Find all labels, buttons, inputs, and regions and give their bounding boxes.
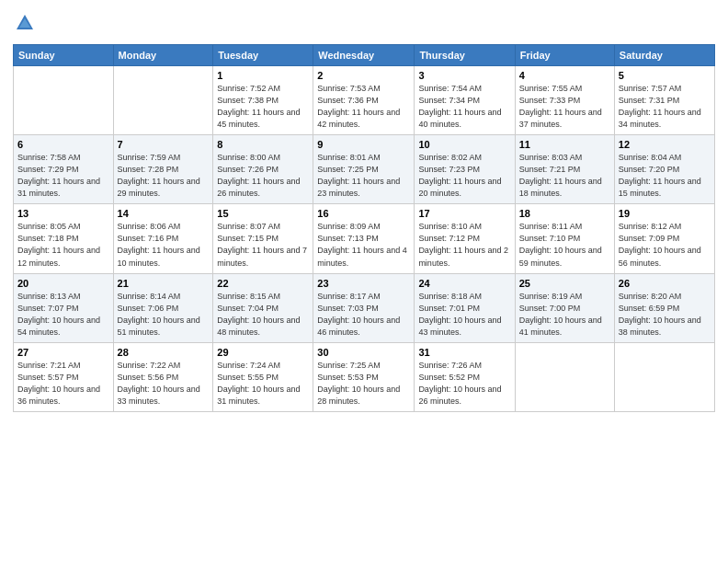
day-info: Sunrise: 8:07 AM Sunset: 7:15 PM Dayligh… bbox=[217, 221, 309, 269]
day-info: Sunrise: 8:20 AM Sunset: 6:59 PM Dayligh… bbox=[619, 291, 711, 339]
day-number: 19 bbox=[619, 208, 711, 219]
day-number: 1 bbox=[217, 70, 309, 81]
day-cell: 16Sunrise: 8:09 AM Sunset: 7:13 PM Dayli… bbox=[313, 204, 415, 273]
day-number: 23 bbox=[317, 278, 410, 289]
day-cell bbox=[14, 66, 114, 135]
day-number: 2 bbox=[317, 70, 410, 81]
day-number: 20 bbox=[17, 278, 109, 289]
day-cell: 14Sunrise: 8:06 AM Sunset: 7:16 PM Dayli… bbox=[113, 204, 213, 273]
day-cell: 30Sunrise: 7:25 AM Sunset: 5:53 PM Dayli… bbox=[313, 342, 415, 411]
day-info: Sunrise: 8:05 AM Sunset: 7:18 PM Dayligh… bbox=[17, 221, 109, 269]
day-cell: 11Sunrise: 8:03 AM Sunset: 7:21 PM Dayli… bbox=[515, 135, 614, 204]
day-info: Sunrise: 8:09 AM Sunset: 7:13 PM Dayligh… bbox=[317, 221, 410, 269]
day-number: 29 bbox=[217, 347, 309, 358]
day-info: Sunrise: 7:22 AM Sunset: 5:56 PM Dayligh… bbox=[118, 360, 210, 408]
day-cell: 5Sunrise: 7:57 AM Sunset: 7:31 PM Daylig… bbox=[614, 66, 714, 135]
day-cell: 12Sunrise: 8:04 AM Sunset: 7:20 PM Dayli… bbox=[614, 135, 714, 204]
day-info: Sunrise: 8:15 AM Sunset: 7:04 PM Dayligh… bbox=[217, 291, 309, 339]
day-info: Sunrise: 7:21 AM Sunset: 5:57 PM Dayligh… bbox=[17, 360, 109, 408]
day-number: 5 bbox=[619, 70, 711, 81]
day-info: Sunrise: 7:53 AM Sunset: 7:36 PM Dayligh… bbox=[317, 83, 410, 131]
day-cell bbox=[113, 66, 213, 135]
header-row: SundayMondayTuesdayWednesdayThursdayFrid… bbox=[14, 45, 715, 66]
day-cell: 1Sunrise: 7:52 AM Sunset: 7:38 PM Daylig… bbox=[213, 66, 313, 135]
day-number: 18 bbox=[519, 208, 610, 219]
calendar-header: SundayMondayTuesdayWednesdayThursdayFrid… bbox=[14, 45, 715, 66]
day-number: 30 bbox=[317, 347, 410, 358]
day-info: Sunrise: 8:19 AM Sunset: 7:00 PM Dayligh… bbox=[519, 291, 610, 339]
day-cell: 6Sunrise: 7:58 AM Sunset: 7:29 PM Daylig… bbox=[14, 135, 114, 204]
day-info: Sunrise: 8:04 AM Sunset: 7:20 PM Dayligh… bbox=[619, 152, 711, 200]
day-number: 3 bbox=[418, 70, 510, 81]
day-cell: 2Sunrise: 7:53 AM Sunset: 7:36 PM Daylig… bbox=[313, 66, 415, 135]
day-info: Sunrise: 7:59 AM Sunset: 7:28 PM Dayligh… bbox=[118, 152, 210, 200]
day-cell: 15Sunrise: 8:07 AM Sunset: 7:15 PM Dayli… bbox=[213, 204, 313, 273]
day-info: Sunrise: 7:57 AM Sunset: 7:31 PM Dayligh… bbox=[619, 83, 711, 131]
day-cell: 7Sunrise: 7:59 AM Sunset: 7:28 PM Daylig… bbox=[113, 135, 213, 204]
day-number: 25 bbox=[519, 278, 610, 289]
header-cell-tuesday: Tuesday bbox=[213, 45, 313, 66]
day-info: Sunrise: 7:26 AM Sunset: 5:52 PM Dayligh… bbox=[418, 360, 510, 408]
day-info: Sunrise: 8:18 AM Sunset: 7:01 PM Dayligh… bbox=[418, 291, 510, 339]
day-info: Sunrise: 8:06 AM Sunset: 7:16 PM Dayligh… bbox=[118, 221, 210, 269]
day-number: 15 bbox=[217, 208, 309, 219]
day-number: 31 bbox=[418, 347, 510, 358]
header-cell-thursday: Thursday bbox=[415, 45, 515, 66]
header-cell-sunday: Sunday bbox=[14, 45, 114, 66]
day-number: 6 bbox=[17, 139, 109, 150]
day-number: 13 bbox=[17, 208, 109, 219]
day-cell bbox=[515, 342, 614, 411]
day-info: Sunrise: 8:12 AM Sunset: 7:09 PM Dayligh… bbox=[619, 221, 711, 269]
day-cell: 3Sunrise: 7:54 AM Sunset: 7:34 PM Daylig… bbox=[415, 66, 515, 135]
day-number: 4 bbox=[519, 70, 610, 81]
day-info: Sunrise: 7:54 AM Sunset: 7:34 PM Dayligh… bbox=[418, 83, 510, 131]
week-row-5: 27Sunrise: 7:21 AM Sunset: 5:57 PM Dayli… bbox=[14, 342, 715, 411]
header-cell-monday: Monday bbox=[113, 45, 213, 66]
day-info: Sunrise: 7:58 AM Sunset: 7:29 PM Dayligh… bbox=[17, 152, 109, 200]
day-number: 10 bbox=[418, 139, 510, 150]
day-cell: 4Sunrise: 7:55 AM Sunset: 7:33 PM Daylig… bbox=[515, 66, 614, 135]
day-cell: 21Sunrise: 8:14 AM Sunset: 7:06 PM Dayli… bbox=[113, 273, 213, 342]
day-info: Sunrise: 7:25 AM Sunset: 5:53 PM Dayligh… bbox=[317, 360, 410, 408]
page-container: SundayMondayTuesdayWednesdayThursdayFrid… bbox=[0, 0, 728, 421]
day-info: Sunrise: 8:11 AM Sunset: 7:10 PM Dayligh… bbox=[519, 221, 610, 269]
day-cell: 27Sunrise: 7:21 AM Sunset: 5:57 PM Dayli… bbox=[14, 342, 114, 411]
day-info: Sunrise: 8:17 AM Sunset: 7:03 PM Dayligh… bbox=[317, 291, 410, 339]
day-number: 26 bbox=[619, 278, 711, 289]
day-cell: 18Sunrise: 8:11 AM Sunset: 7:10 PM Dayli… bbox=[515, 204, 614, 273]
day-cell: 31Sunrise: 7:26 AM Sunset: 5:52 PM Dayli… bbox=[415, 342, 515, 411]
day-info: Sunrise: 7:52 AM Sunset: 7:38 PM Dayligh… bbox=[217, 83, 309, 131]
day-cell: 26Sunrise: 8:20 AM Sunset: 6:59 PM Dayli… bbox=[614, 273, 714, 342]
day-info: Sunrise: 8:01 AM Sunset: 7:25 PM Dayligh… bbox=[317, 152, 410, 200]
day-cell: 17Sunrise: 8:10 AM Sunset: 7:12 PM Dayli… bbox=[415, 204, 515, 273]
day-cell: 29Sunrise: 7:24 AM Sunset: 5:55 PM Dayli… bbox=[213, 342, 313, 411]
day-number: 22 bbox=[217, 278, 309, 289]
day-cell: 25Sunrise: 8:19 AM Sunset: 7:00 PM Dayli… bbox=[515, 273, 614, 342]
day-info: Sunrise: 8:00 AM Sunset: 7:26 PM Dayligh… bbox=[217, 152, 309, 200]
day-number: 7 bbox=[118, 139, 210, 150]
day-cell: 13Sunrise: 8:05 AM Sunset: 7:18 PM Dayli… bbox=[14, 204, 114, 273]
day-cell: 28Sunrise: 7:22 AM Sunset: 5:56 PM Dayli… bbox=[113, 342, 213, 411]
header-cell-friday: Friday bbox=[515, 45, 614, 66]
day-cell: 8Sunrise: 8:00 AM Sunset: 7:26 PM Daylig… bbox=[213, 135, 313, 204]
day-number: 27 bbox=[17, 347, 109, 358]
calendar-body: 1Sunrise: 7:52 AM Sunset: 7:38 PM Daylig… bbox=[14, 66, 715, 412]
day-info: Sunrise: 7:55 AM Sunset: 7:33 PM Dayligh… bbox=[519, 83, 610, 131]
day-cell: 23Sunrise: 8:17 AM Sunset: 7:03 PM Dayli… bbox=[313, 273, 415, 342]
day-number: 9 bbox=[317, 139, 410, 150]
day-number: 14 bbox=[118, 208, 210, 219]
day-number: 17 bbox=[418, 208, 510, 219]
week-row-1: 1Sunrise: 7:52 AM Sunset: 7:38 PM Daylig… bbox=[14, 66, 715, 135]
day-info: Sunrise: 7:24 AM Sunset: 5:55 PM Dayligh… bbox=[217, 360, 309, 408]
day-cell: 10Sunrise: 8:02 AM Sunset: 7:23 PM Dayli… bbox=[415, 135, 515, 204]
day-number: 21 bbox=[118, 278, 210, 289]
calendar-table: SundayMondayTuesdayWednesdayThursdayFrid… bbox=[13, 44, 715, 412]
day-info: Sunrise: 8:03 AM Sunset: 7:21 PM Dayligh… bbox=[519, 152, 610, 200]
day-info: Sunrise: 8:02 AM Sunset: 7:23 PM Dayligh… bbox=[418, 152, 510, 200]
logo bbox=[13, 13, 35, 37]
day-number: 28 bbox=[118, 347, 210, 358]
week-row-4: 20Sunrise: 8:13 AM Sunset: 7:07 PM Dayli… bbox=[14, 273, 715, 342]
day-number: 8 bbox=[217, 139, 309, 150]
day-cell: 20Sunrise: 8:13 AM Sunset: 7:07 PM Dayli… bbox=[14, 273, 114, 342]
day-cell: 19Sunrise: 8:12 AM Sunset: 7:09 PM Dayli… bbox=[614, 204, 714, 273]
